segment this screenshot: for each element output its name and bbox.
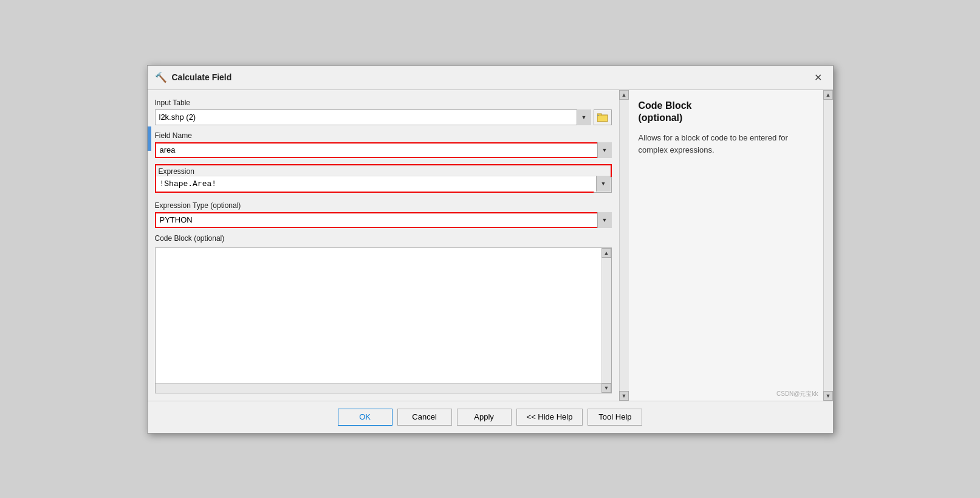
field-name-dropdown-arrow[interactable]: ▼ [597,142,612,158]
help-body: Allows for a block of code to be entered… [639,132,814,156]
help-title: Code Block(optional) [639,100,814,125]
watermark: CSDN@元宝kk [776,390,818,398]
form-scroll-up[interactable]: ▲ [619,90,629,100]
dialog-body: Input Table ▼ [148,90,833,401]
expression-type-dropdown-arrow[interactable]: ▼ [597,212,612,228]
scroll-down-arrow[interactable]: ▼ [601,383,611,393]
expression-type-combo-wrapper: ▼ [155,212,612,228]
right-section: Code Block(optional) Allows for a block … [629,90,833,401]
svg-rect-3 [597,116,599,116]
footer: OK Cancel Apply << Hide Help Tool Help [148,401,833,433]
help-scroll-up[interactable]: ▲ [823,90,833,100]
form-scroll-down[interactable]: ▼ [619,391,629,401]
code-block-vertical-scrollbar[interactable]: ▲ ▼ [601,248,611,393]
expression-border-box: Expression ▼ [155,164,612,193]
expression-type-section: Expression Type (optional) ▼ [155,201,612,228]
expression-type-input[interactable] [155,212,612,228]
input-table-combo-wrapper: ▼ [155,109,591,125]
help-scroll-down[interactable]: ▼ [823,391,833,401]
expression-input-row: ▼ [156,176,611,192]
dialog-icon: 🔨 [155,72,167,83]
help-panel: Code Block(optional) Allows for a block … [629,90,823,401]
expression-type-label: Expression Type (optional) [155,201,612,210]
cancel-button[interactable]: Cancel [397,409,452,426]
field-name-label: Field Name [155,131,612,140]
input-table-input[interactable] [155,109,591,125]
help-scroll-track [824,100,833,391]
field-name-combo-wrapper: ▼ [155,142,612,158]
input-table-label: Input Table [155,99,612,107]
form-vertical-scrollbar[interactable]: ▲ ▼ [619,90,629,401]
title-bar: 🔨 Calculate Field ✕ [148,66,833,90]
apply-button[interactable]: Apply [457,409,512,426]
left-section: Input Table ▼ [148,90,629,401]
calculate-field-dialog: 🔨 Calculate Field ✕ Input Table ▼ [147,65,834,434]
code-block-section: Code Block (optional) ▲ ▼ [155,234,612,393]
code-block-area: ▲ ▼ [155,247,612,393]
scroll-up-arrow[interactable]: ▲ [601,248,611,258]
svg-rect-2 [598,116,607,121]
expression-label: Expression [156,165,611,176]
field-name-input[interactable] [155,142,612,158]
expression-dropdown-arrow[interactable]: ▼ [596,176,611,192]
form-area: Input Table ▼ [148,90,619,401]
folder-icon [597,112,608,122]
left-accent-bar [148,126,151,151]
help-vertical-scrollbar[interactable]: ▲ ▼ [823,90,833,401]
form-scroll-track [620,100,629,391]
code-block-horizontal-scrollbar[interactable] [156,383,601,393]
input-table-dropdown-arrow[interactable]: ▼ [577,109,591,125]
code-block-input[interactable] [156,248,601,383]
field-name-section: Field Name ▼ [155,131,612,158]
expression-input[interactable] [156,176,596,192]
ok-button[interactable]: OK [338,409,392,426]
svg-rect-1 [597,114,601,116]
code-block-label: Code Block (optional) [155,234,612,243]
dialog-title: Calculate Field [172,72,232,82]
input-table-row: ▼ [155,109,612,125]
title-bar-left: 🔨 Calculate Field [155,72,232,83]
hide-help-button[interactable]: << Hide Help [516,409,583,426]
browse-button[interactable] [594,109,612,125]
expression-section: Expression ▼ [155,164,612,193]
tool-help-button[interactable]: Tool Help [588,409,642,426]
close-button[interactable]: ✕ [810,71,826,85]
